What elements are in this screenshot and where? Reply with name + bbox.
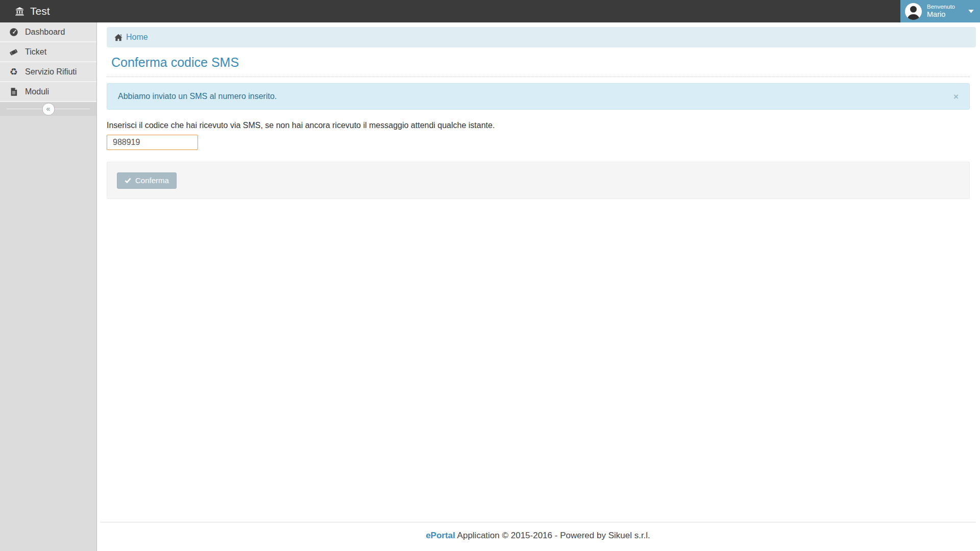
sidebar-item-label: Moduli xyxy=(25,87,49,96)
confirm-button[interactable]: Conferma xyxy=(117,172,177,189)
dashboard-icon xyxy=(9,28,18,37)
check-icon xyxy=(125,177,131,184)
avatar xyxy=(904,3,922,20)
title-separator xyxy=(107,77,970,77)
sms-code-input[interactable] xyxy=(107,135,198,150)
home-icon xyxy=(114,34,122,41)
alert-message: Abbiamo inviato un SMS al numero inserit… xyxy=(118,92,277,101)
ticket-icon xyxy=(9,47,18,57)
user-name: Mario xyxy=(927,10,955,19)
footer: ePortal Application © 2015-2016 - Powere… xyxy=(100,522,976,541)
user-greeting: Benvenuto xyxy=(927,4,955,11)
sidebar-collapse-button[interactable]: « xyxy=(42,103,55,115)
file-text-icon xyxy=(9,87,18,96)
top-bar: Test Benvenuto Mario xyxy=(0,0,980,22)
sidebar-item-ticket[interactable]: Ticket xyxy=(0,42,96,62)
confirm-button-label: Conferma xyxy=(135,176,169,185)
user-menu[interactable]: Benvenuto Mario xyxy=(900,0,980,22)
app-logo[interactable]: Test xyxy=(0,5,50,17)
sidebar-collapse-band: « xyxy=(0,102,96,116)
sidebar-item-label: Ticket xyxy=(25,47,46,57)
sidebar-item-moduli[interactable]: Moduli xyxy=(0,82,96,102)
info-alert: Abbiamo inviato un SMS al numero inserit… xyxy=(107,83,970,110)
actions-panel: Conferma xyxy=(107,162,970,199)
main-content: Home Conferma codice SMS Abbiamo inviato… xyxy=(97,22,980,551)
sidebar-item-label: Servizio Rifiuti xyxy=(25,67,77,77)
chevron-down-icon xyxy=(968,10,974,13)
app-name: Test xyxy=(30,5,50,17)
page-title: Conferma codice SMS xyxy=(111,55,970,70)
collapse-left-icon: « xyxy=(46,105,51,112)
footer-brand: ePortal xyxy=(426,531,455,540)
breadcrumb-home-link[interactable]: Home xyxy=(114,33,148,42)
alert-close-icon[interactable]: × xyxy=(953,92,959,101)
sidebar-item-label: Dashboard xyxy=(25,28,65,37)
recycle-icon: ♻ xyxy=(9,67,18,77)
footer-text: Application © 2015-2016 - Powered by Sik… xyxy=(457,531,650,540)
user-info: Benvenuto Mario xyxy=(927,4,955,19)
bank-icon xyxy=(15,5,24,17)
instruction-text: Inserisci il codice che hai ricevuto via… xyxy=(107,121,970,130)
sidebar-item-dashboard[interactable]: Dashboard xyxy=(0,22,96,42)
breadcrumb: Home xyxy=(107,27,976,47)
sidebar-item-servizio-rifiuti[interactable]: ♻ Servizio Rifiuti xyxy=(0,62,96,82)
sidebar: Dashboard Ticket ♻ Servizio Rifiuti xyxy=(0,22,97,551)
breadcrumb-home-label: Home xyxy=(126,33,148,42)
